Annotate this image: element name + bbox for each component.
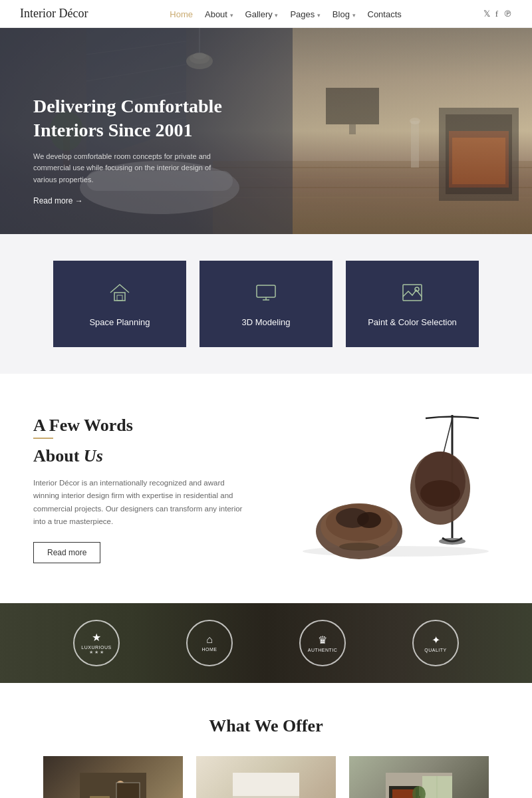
nav-link-gallery[interactable]: Gallery ▾: [245, 9, 279, 19]
badge-quality[interactable]: ✦ Quality: [412, 620, 459, 666]
hero-cta[interactable]: Read more: [33, 196, 83, 205]
house-icon: [108, 281, 132, 308]
nav-item-pages[interactable]: Pages ▾: [290, 8, 320, 20]
living-image-placeholder: HOME: [196, 756, 336, 798]
svg-rect-61: [233, 773, 299, 798]
badges-strip: ★ Luxurious ★ ★ ★ ⌂ Home ♛ Authentic ✦ Q…: [0, 603, 532, 683]
offer-card-consulting[interactable]: Consultations Interior Design Consulting…: [349, 756, 489, 798]
about-title-line1: A Few Words: [33, 416, 133, 435]
modern-image-placeholder: [349, 756, 489, 798]
quality-icon: ✦: [432, 634, 440, 646]
chevron-down-icon: ▾: [352, 12, 356, 19]
about-title-italic: Us: [84, 446, 103, 466]
offer-card-bathroom[interactable]: Interior Design Services Residential Int…: [43, 756, 183, 798]
offer-image-bathroom: [43, 756, 183, 798]
svg-point-38: [357, 512, 381, 528]
service-label-space-planning: Space Planning: [89, 317, 150, 327]
brand-logo[interactable]: Interior Décor: [20, 7, 88, 21]
social-pinterest[interactable]: ℗: [503, 9, 512, 19]
hero-title: Delivering Comfortable Interiors Since 2…: [33, 94, 233, 143]
crown-icon: ♛: [318, 634, 327, 646]
badge-label-luxurious: Luxurious: [81, 645, 111, 650]
svg-rect-52: [80, 773, 146, 798]
offer-grid: Interior Design Services Residential Int…: [33, 756, 499, 798]
monitor-icon: [254, 281, 278, 308]
modern-scene: [386, 773, 452, 798]
hero-section: Delivering Comfortable Interiors Since 2…: [0, 28, 532, 234]
nav-links: Home About ▾ Gallery ▾ Pages ▾ Blog ▾ Co…: [170, 8, 402, 20]
about-read-more-button[interactable]: Read more: [33, 542, 100, 563]
offer-image-furniture: HOME: [196, 756, 336, 798]
social-facebook[interactable]: f: [495, 9, 498, 19]
badge-authentic[interactable]: ♛ Authentic: [299, 620, 346, 666]
svg-rect-28: [257, 285, 275, 297]
svg-rect-10: [349, 124, 356, 134]
offer-image-consulting: [349, 756, 489, 798]
about-description: Interior Décor is an internationally rec…: [33, 477, 246, 529]
about-accent-line: [33, 438, 53, 439]
social-links: 𝕏 f ℗: [483, 9, 512, 19]
service-card-3d-modeling[interactable]: 3D Modeling: [200, 261, 332, 347]
living-scene: HOME: [233, 773, 299, 798]
badge-stars: ★ ★ ★: [89, 650, 104, 655]
bathroom-image-placeholder: [43, 756, 183, 798]
nav-item-home[interactable]: Home: [170, 8, 193, 20]
about-text: A Few Words About Us Interior Décor is a…: [33, 414, 246, 563]
star-icon: ★: [92, 631, 101, 644]
chevron-down-icon: ▾: [275, 12, 278, 19]
about-title-line2: About: [33, 446, 79, 466]
svg-rect-8: [452, 138, 505, 184]
offer-section-title: What We Offer: [33, 716, 499, 736]
badge-label-home: Home: [202, 647, 217, 652]
badge-label-quality: Quality: [424, 648, 446, 652]
services-section: Space Planning 3D Modeling Paint & Color…: [0, 234, 532, 374]
offer-card-furniture[interactable]: HOME Residential & Commercial Furniture …: [196, 756, 336, 798]
svg-rect-68: [392, 789, 416, 798]
nav-item-blog[interactable]: Blog ▾: [332, 8, 356, 20]
nav-link-about[interactable]: About ▾: [205, 9, 233, 19]
navbar: Interior Décor Home About ▾ Gallery ▾ Pa…: [0, 0, 532, 28]
service-label-paint-color: Paint & Color Selection: [368, 317, 457, 327]
nav-item-contacts[interactable]: Contacts: [368, 8, 402, 20]
svg-point-25: [410, 118, 420, 124]
chevron-down-icon: ▾: [230, 12, 233, 19]
badge-label-authentic: Authentic: [308, 648, 338, 652]
svg-point-39: [339, 543, 379, 551]
nav-item-about[interactable]: About ▾: [205, 8, 233, 20]
service-card-space-planning[interactable]: Space Planning: [53, 261, 186, 347]
service-label-3d-modeling: 3D Modeling: [242, 317, 291, 327]
hero-description: We develop comfortable room concepts for…: [33, 151, 233, 186]
brand-name: Interior Décor: [20, 7, 88, 20]
about-image: [273, 415, 499, 561]
chevron-down-icon: ▾: [317, 12, 321, 19]
badge-luxurious[interactable]: ★ Luxurious ★ ★ ★: [73, 620, 120, 666]
nav-link-pages[interactable]: Pages ▾: [290, 9, 320, 19]
about-section: A Few Words About Us Interior Décor is a…: [0, 374, 532, 603]
picture-icon: [400, 281, 424, 308]
nav-item-gallery[interactable]: Gallery ▾: [245, 8, 279, 20]
chairs-illustration: [273, 415, 499, 561]
social-twitter[interactable]: 𝕏: [483, 9, 490, 19]
nav-link-home[interactable]: Home: [170, 9, 193, 19]
svg-rect-24: [411, 121, 419, 168]
home-badge-icon: ⌂: [206, 634, 213, 646]
badge-home[interactable]: ⌂ Home: [186, 620, 233, 666]
offer-section: What We Offer: [0, 683, 532, 798]
service-card-paint-color[interactable]: Paint & Color Selection: [346, 261, 479, 347]
bathroom-scene: [80, 773, 146, 798]
svg-point-44: [420, 480, 460, 507]
about-title: A Few Words About Us: [33, 414, 246, 469]
nav-link-blog[interactable]: Blog ▾: [332, 9, 356, 19]
svg-point-45: [439, 538, 466, 545]
svg-rect-26: [114, 293, 125, 301]
nav-link-contacts[interactable]: Contacts: [368, 9, 402, 19]
svg-rect-27: [117, 295, 122, 301]
hero-content: Delivering Comfortable Interiors Since 2…: [33, 94, 233, 206]
svg-rect-9: [326, 88, 379, 124]
